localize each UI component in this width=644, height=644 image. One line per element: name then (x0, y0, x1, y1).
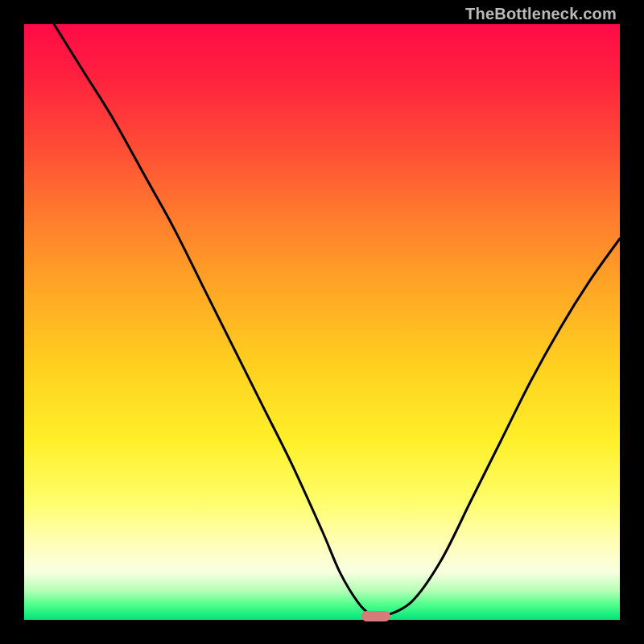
chart-frame: TheBottleneck.com (0, 0, 644, 644)
plot-area (24, 24, 620, 620)
minimum-marker (361, 611, 390, 621)
bottleneck-curve (24, 24, 620, 620)
watermark-text: TheBottleneck.com (465, 5, 617, 23)
